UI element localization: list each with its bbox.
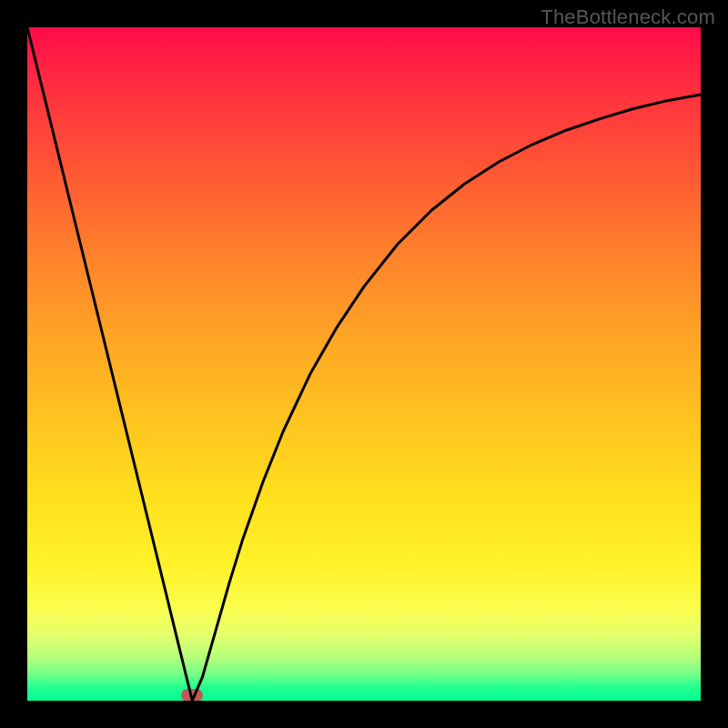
watermark-text: TheBottleneck.com	[541, 5, 715, 29]
curve-path	[27, 27, 701, 701]
chart-frame: TheBottleneck.com	[0, 0, 728, 728]
bottleneck-curve	[27, 27, 701, 701]
plot-area	[27, 27, 701, 701]
